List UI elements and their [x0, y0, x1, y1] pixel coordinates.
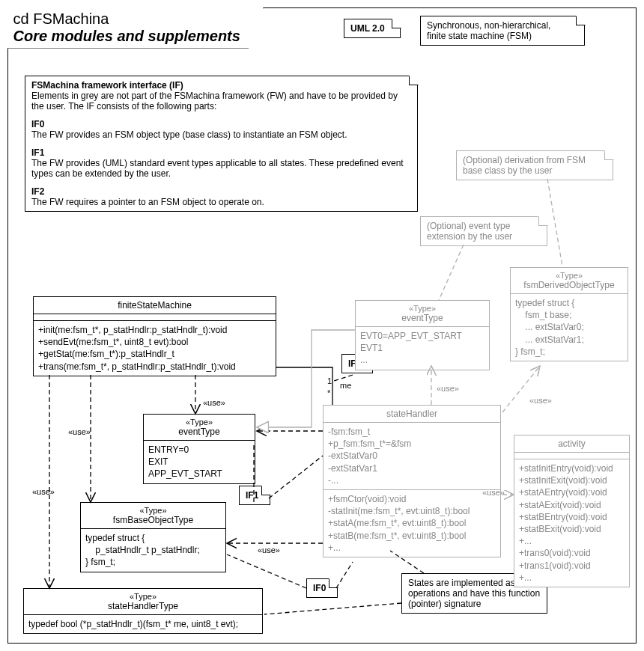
- stereotype: «Type»: [515, 271, 623, 280]
- class-name: fsmDerivedObjectType: [515, 280, 623, 290]
- use-label: «use»: [437, 384, 459, 393]
- if1-text: The FW provides (UML) standard event typ…: [31, 158, 411, 179]
- note-uml-version: UML 2.0: [344, 19, 401, 38]
- class-state-handler: stateHandler -fsm:fsm_t +p_fsm:fsm_t*=&f…: [323, 405, 501, 557]
- class-name: stateHandler: [328, 409, 496, 419]
- class-event-type: «Type» eventType ENTRY=0 EXIT APP_EVT_ST…: [143, 414, 255, 484]
- frame-title-line2: Core modules and supplements: [13, 28, 240, 45]
- stereotype: «Type»: [148, 418, 250, 427]
- if1-heading: IF1: [31, 147, 411, 158]
- if-intro: Elements in grey are not part of the FSM…: [31, 91, 411, 111]
- use-label: «use»: [529, 396, 552, 405]
- stereotype: «Type»: [360, 304, 484, 313]
- note-if1-tag: IF1: [239, 486, 270, 505]
- class-name: eventType: [148, 427, 250, 437]
- class-name: stateHandlerType: [28, 601, 258, 611]
- note-optional-derivation: (Optional) derivation from FSM base clas…: [456, 150, 613, 180]
- frame-title-line1: cd FSMachina: [13, 10, 240, 28]
- class-fsm-base-object-type: «Type» fsmBaseObjectType typedef struct …: [80, 502, 226, 572]
- note-optional-event-extension: (Optional) event type extension by the u…: [420, 216, 547, 246]
- class-ops: +statInitEntry(void):void +statInitExit(…: [514, 459, 629, 587]
- class-name: activity: [519, 438, 625, 449]
- note-description: Synchronous, non-hierarchical, finite st…: [420, 16, 585, 46]
- class-state-handler-type: «Type» stateHandlerType typedef bool (*p…: [23, 588, 263, 634]
- use-label: «use»: [32, 487, 55, 496]
- if-title: FSMachina framework interface (IF): [31, 80, 411, 91]
- multiplicity-star: *: [327, 388, 330, 397]
- class-body: typedef bool (*p_statHndlr_t)(fsm_t* me,…: [24, 615, 262, 633]
- use-label: «use»: [482, 488, 505, 497]
- use-label: «use»: [203, 398, 225, 407]
- if0-text: The FW provides an FSM object type (base…: [31, 129, 411, 140]
- class-event-type-user: «Type» eventType EVT0=APP_EVT_START EVT1…: [355, 300, 490, 370]
- class-ops: +fsmCtor(void):void -statInit(me:fsm_t*,…: [323, 490, 500, 557]
- use-label: «use»: [68, 427, 91, 436]
- class-body: EVT0=APP_EVT_START EVT1 ...: [356, 327, 489, 370]
- diagram-frame: cd FSMachina Core modules and supplement…: [7, 7, 637, 644]
- class-name: finiteStateMachine: [34, 297, 276, 314]
- class-ops: +init(me:fsm_t*, p_statHndlr:p_statHndlr…: [34, 321, 276, 376]
- if0-heading: IF0: [31, 119, 411, 129]
- note-interface-description: FSMachina framework interface (IF) Eleme…: [25, 76, 418, 212]
- if2-text: The FW requires a pointer to an FSM obje…: [31, 197, 411, 207]
- frame-tab: cd FSMachina Core modules and supplement…: [7, 7, 264, 49]
- if2-heading: IF2: [31, 186, 411, 197]
- role-me: me: [340, 381, 351, 390]
- use-label: «use»: [258, 545, 280, 554]
- class-attrs: -fsm:fsm_t +p_fsm:fsm_t*=&fsm -extStatVa…: [323, 423, 500, 490]
- note-if0-tag: IF0: [306, 578, 338, 598]
- stereotype: «Type»: [28, 592, 258, 601]
- stereotype: «Type»: [85, 506, 221, 515]
- multiplicity-one: 1: [327, 376, 332, 385]
- class-name: fsmBaseObjectType: [85, 515, 221, 525]
- class-activity: activity +statInitEntry(void):void +stat…: [514, 435, 630, 587]
- class-fsm-derived-object-type: «Type» fsmDerivedObjectType typedef stru…: [510, 267, 628, 361]
- class-finite-state-machine: finiteStateMachine +init(me:fsm_t*, p_st…: [33, 296, 276, 376]
- class-body: ENTRY=0 EXIT APP_EVT_START: [144, 441, 255, 483]
- class-name: eventType: [360, 313, 484, 323]
- class-body: typedef struct { p_statHndlr_t p_statHnd…: [81, 529, 225, 572]
- class-body: typedef struct { fsm_t base; ... extStat…: [511, 294, 628, 361]
